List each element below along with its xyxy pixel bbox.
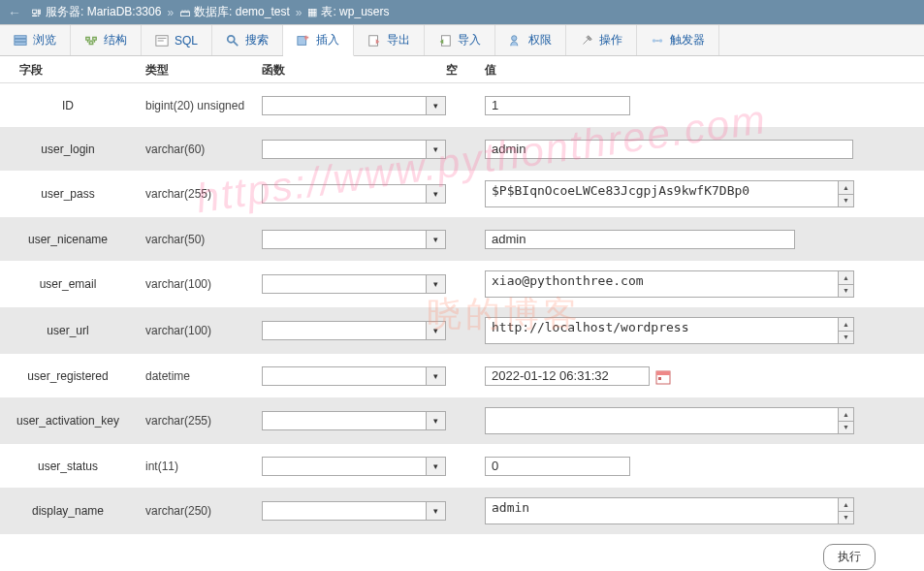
- textarea-spinner[interactable]: ▲▼: [839, 180, 854, 207]
- header-value: 值: [475, 62, 924, 79]
- svg-rect-0: [15, 35, 26, 38]
- field-type: varchar(255): [145, 414, 252, 428]
- tab-import[interactable]: 导入: [425, 25, 495, 55]
- chevron-down-icon: ▾: [426, 367, 445, 385]
- textarea-spinner[interactable]: ▲▼: [839, 497, 854, 524]
- spinner-up-icon[interactable]: ▲: [839, 318, 853, 332]
- spinner-down-icon[interactable]: ▼: [839, 422, 853, 434]
- field-name: display_name: [0, 504, 145, 518]
- search-icon: [226, 34, 239, 48]
- function-select[interactable]: ▾: [262, 140, 446, 159]
- field-type: int(11): [145, 460, 252, 473]
- function-select[interactable]: ▾: [262, 411, 446, 430]
- svg-point-4: [228, 35, 235, 42]
- value-date-input[interactable]: [485, 366, 650, 386]
- chevron-down-icon: ▾: [426, 502, 445, 520]
- field-name: ID: [0, 99, 145, 112]
- table-row: user_urlvarchar(100)▾▲▼: [0, 307, 924, 354]
- chevron-down-icon: ▾: [426, 141, 445, 158]
- table-row: user_loginvarchar(60)▾: [0, 127, 924, 171]
- tab-privileges[interactable]: 权限: [495, 25, 566, 55]
- calendar-icon[interactable]: [655, 369, 671, 385]
- value-textarea[interactable]: [485, 497, 839, 524]
- value-textarea[interactable]: [485, 180, 839, 207]
- database-icon: 🗃: [179, 7, 190, 18]
- breadcrumb-server[interactable]: 服务器: MariaDB:3306: [46, 4, 161, 20]
- triggers-icon: [651, 34, 664, 48]
- table-icon: ▦: [307, 6, 317, 18]
- tab-insert[interactable]: 插入: [283, 25, 354, 56]
- tab-browse[interactable]: 浏览: [0, 25, 71, 55]
- field-name: user_email: [0, 277, 145, 291]
- function-select[interactable]: ▾: [262, 96, 446, 115]
- chevron-down-icon: ▾: [426, 97, 445, 114]
- tab-triggers[interactable]: 触发器: [637, 25, 719, 55]
- chevron-down-icon: ▾: [426, 231, 445, 248]
- field-name: user_activation_key: [0, 414, 145, 428]
- tabs: 浏览 结构 SQL 搜索 插入 导出 导入 权限 操作 触发器: [0, 24, 924, 56]
- header-null: 空: [446, 62, 475, 79]
- spinner-down-icon[interactable]: ▼: [839, 285, 853, 298]
- function-select[interactable]: ▾: [262, 184, 446, 204]
- spinner-up-icon[interactable]: ▲: [839, 408, 853, 422]
- field-type: varchar(250): [145, 504, 252, 518]
- structure-icon: [84, 34, 98, 48]
- svg-rect-1: [15, 39, 26, 42]
- spinner-up-icon[interactable]: ▲: [839, 181, 853, 195]
- field-type: varchar(255): [145, 187, 252, 201]
- field-type: varchar(60): [145, 143, 252, 156]
- textarea-spinner[interactable]: ▲▼: [839, 317, 854, 344]
- value-textarea[interactable]: [485, 407, 839, 434]
- header-function: 函数: [252, 62, 446, 79]
- spinner-down-icon[interactable]: ▼: [839, 512, 853, 524]
- spinner-down-icon[interactable]: ▼: [839, 195, 853, 207]
- import-icon: [438, 34, 452, 48]
- chevron-down-icon: ▾: [426, 412, 445, 429]
- operations-icon: [580, 34, 593, 48]
- field-type: bigint(20) unsigned: [145, 99, 252, 112]
- field-type: datetime: [145, 369, 252, 383]
- breadcrumb-database[interactable]: 数据库: demo_test: [194, 4, 290, 20]
- spinner-down-icon[interactable]: ▼: [839, 332, 853, 344]
- textarea-spinner[interactable]: ▲▼: [839, 270, 854, 298]
- value-input[interactable]: [485, 140, 853, 159]
- field-name: user_login: [0, 143, 145, 156]
- field-name: user_pass: [0, 187, 145, 201]
- function-select[interactable]: ▾: [262, 366, 446, 386]
- tab-structure[interactable]: 结构: [71, 25, 142, 55]
- tab-operations[interactable]: 操作: [566, 25, 637, 55]
- field-type: varchar(50): [145, 233, 252, 246]
- table-row: user_nicenamevarchar(50)▾: [0, 217, 924, 261]
- tab-export[interactable]: 导出: [354, 25, 425, 55]
- table-row: user_activation_keyvarchar(255)▾▲▼: [0, 397, 924, 444]
- execute-button[interactable]: 执行: [823, 544, 876, 570]
- value-textarea[interactable]: [485, 317, 839, 344]
- spinner-up-icon[interactable]: ▲: [839, 498, 853, 512]
- field-name: user_nicename: [0, 233, 145, 246]
- export-icon: [367, 34, 381, 48]
- column-headers: 字段 类型 函数 空 值: [0, 56, 924, 83]
- function-select[interactable]: ▾: [262, 457, 446, 476]
- tab-search[interactable]: 搜索: [212, 25, 283, 55]
- table-row: user_passvarchar(255)▾▲▼: [0, 171, 924, 217]
- value-input[interactable]: [485, 457, 630, 476]
- tab-sql[interactable]: SQL: [142, 25, 212, 55]
- value-textarea[interactable]: [485, 270, 839, 298]
- function-select[interactable]: ▾: [262, 321, 446, 340]
- function-select[interactable]: ▾: [262, 230, 446, 249]
- textarea-spinner[interactable]: ▲▼: [839, 407, 854, 434]
- field-name: user_registered: [0, 369, 145, 383]
- insert-icon: [297, 34, 310, 48]
- chevron-down-icon: ▾: [426, 185, 445, 203]
- spinner-up-icon[interactable]: ▲: [839, 271, 853, 285]
- value-input[interactable]: [485, 230, 795, 249]
- function-select[interactable]: ▾: [262, 501, 446, 521]
- value-input[interactable]: [485, 96, 630, 115]
- breadcrumb-table[interactable]: 表: wp_users: [321, 4, 389, 20]
- back-arrow-icon[interactable]: ←: [8, 5, 21, 20]
- table-row: display_namevarchar(250)▾▲▼: [0, 488, 924, 534]
- chevron-down-icon: ▾: [426, 275, 445, 293]
- function-select[interactable]: ▾: [262, 274, 446, 294]
- svg-rect-13: [658, 377, 661, 380]
- server-icon: 🖳: [31, 7, 42, 18]
